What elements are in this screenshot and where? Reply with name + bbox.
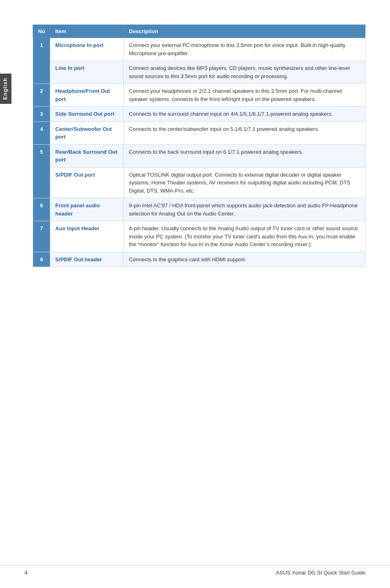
row-item: Microphone In port (50, 38, 124, 61)
row-item: S/PDIF Out port (50, 167, 124, 198)
col-header-item: Item (50, 25, 124, 38)
row-description: Optical TOSLINK digital output port. Con… (124, 167, 365, 198)
table-row: 7Aux Input Header4-pin header. Usually c… (33, 221, 365, 252)
table-row: 3Side Surround Out portConnects to the s… (33, 107, 365, 122)
row-item: Side Surround Out port (50, 107, 124, 122)
footer-title: ASUS Xonar DG SI Quick Start Guide (276, 570, 365, 576)
row-item: S/PDIF Out header (50, 252, 124, 267)
language-label: English (2, 78, 8, 100)
row-description: Connects to the surround channel input o… (124, 107, 365, 122)
page-footer: 4 ASUS Xonar DG SI Quick Start Guide (0, 565, 390, 576)
table-row: S/PDIF Out portOptical TOSLINK digital o… (33, 167, 365, 198)
language-tab: English (0, 74, 11, 104)
row-number: 3 (33, 107, 50, 122)
page-number: 4 (25, 570, 27, 576)
row-number: 2 (33, 84, 50, 107)
table-row: 2Headphone/Front Out portConnect your he… (33, 84, 365, 107)
table-row: Line In portConnect analog devices like … (33, 61, 365, 84)
row-number: 5 (33, 144, 50, 198)
row-item: Rear/Back Surround Out port (50, 144, 124, 167)
row-number: 6 (33, 198, 50, 221)
table-row: 6Front panel audio header9-pin Intel AC'… (33, 198, 365, 221)
row-item: Center/Subwoofer Out port (50, 121, 124, 144)
table-row: 1Microphone In portConnect your external… (33, 38, 365, 61)
row-description: 9-pin Intel AC'97 / HDA front-panel whic… (124, 198, 365, 221)
row-number: 1 (33, 38, 50, 84)
row-number: 7 (33, 221, 50, 252)
row-description: Connects to the back surround input on 6… (124, 144, 365, 167)
table-row: 5Rear/Back Surround Out portConnects to … (33, 144, 365, 167)
row-description: Connects to the graphics card with HDMI … (124, 252, 365, 267)
table-row: 8S/PDIF Out headerConnects to the graphi… (33, 252, 365, 267)
row-number: 8 (33, 252, 50, 267)
row-description: Connect your external PC microphone to t… (124, 38, 365, 61)
row-item: Front panel audio header (50, 198, 124, 221)
main-table: No Item Description 1Microphone In portC… (33, 25, 365, 267)
table-header-row: No Item Description (33, 25, 365, 38)
row-description: 4-pin header. Usually connects to the An… (124, 221, 365, 252)
row-item: Aux Input Header (50, 221, 124, 252)
row-number: 4 (33, 121, 50, 144)
col-header-description: Description (124, 25, 365, 38)
row-item: Headphone/Front Out port (50, 84, 124, 107)
row-item: Line In port (50, 61, 124, 84)
row-description: Connect your headphones or 2/2.1 channel… (124, 84, 365, 107)
row-description: Connect analog devices like MP3 players,… (124, 61, 365, 84)
table-row: 4Center/Subwoofer Out portConnects to th… (33, 121, 365, 144)
col-header-no: No (33, 25, 50, 38)
page-container: English No Item Description 1Microphone … (0, 0, 390, 588)
row-description: Connects to the center/subwoofer input o… (124, 121, 365, 144)
